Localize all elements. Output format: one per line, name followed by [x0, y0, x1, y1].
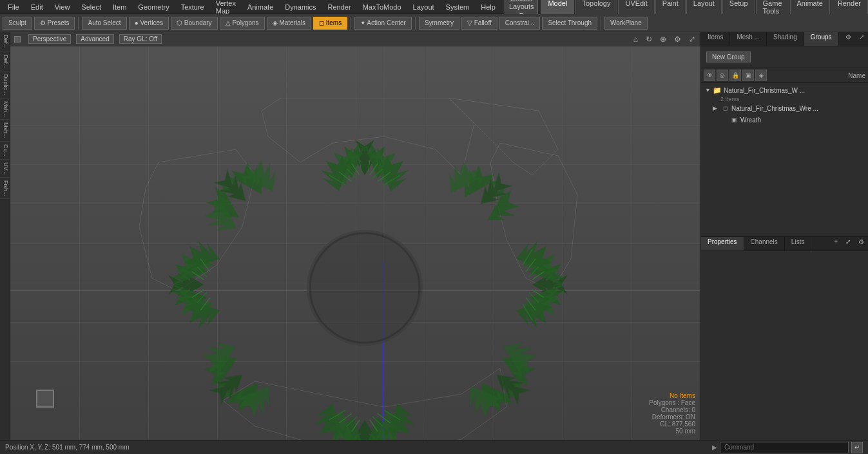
menu-texture[interactable]: Texture	[176, 2, 209, 12]
bottom-tab-spacer	[811, 237, 830, 251]
sidebar-item-msh1[interactable]: Msh...	[0, 99, 10, 120]
bottom-tab-expand-icon[interactable]: ⤢	[842, 237, 854, 251]
render-visible-icon[interactable]: ◎	[717, 70, 728, 81]
tree-child1-expand[interactable]: ▶	[713, 105, 720, 111]
action-center-button[interactable]: ✦ Action Center	[354, 17, 412, 30]
menu-view[interactable]: View	[50, 2, 75, 12]
viewport-settings-icon[interactable]: ⚙	[674, 35, 681, 44]
viewport-3d[interactable]: No Items Polygons : Face Channels: 0 Def…	[10, 46, 700, 440]
perspective-button[interactable]: Perspective	[28, 34, 71, 44]
sidebar-item-duplic[interactable]: Duplic...	[0, 71, 10, 99]
workplane-button[interactable]: WorkPlane	[604, 17, 648, 30]
materials-button[interactable]: ◈ Materials	[267, 17, 311, 30]
sidebar-item-cu[interactable]: Cu...	[0, 142, 10, 160]
bottom-tab-add-icon[interactable]: +	[830, 237, 842, 251]
viewport-home-icon[interactable]: ⌂	[633, 35, 638, 44]
sidebar-item-fish[interactable]: Fish...	[0, 178, 10, 200]
num-info: 50 mm	[649, 428, 695, 435]
new-group-button[interactable]: New Group	[706, 52, 751, 62]
right-tab-items[interactable]: Items	[701, 32, 730, 46]
constraint-button[interactable]: Constrai...	[499, 17, 541, 30]
sidebar-item-uv[interactable]: UV...	[0, 160, 10, 178]
boundary-button[interactable]: ⬡ Boundary	[171, 17, 218, 30]
tree-child1-icon: ◻	[720, 104, 729, 113]
right-panel-expand-icon[interactable]: ⤢	[855, 32, 868, 46]
menu-vertex-map[interactable]: Vertex Map	[211, 0, 241, 16]
select-through-button[interactable]: Select Through	[542, 17, 597, 30]
svg-point-37	[307, 230, 423, 346]
right-panel-tabs: Items Mesh ... Shading Groups ⚙ ⤢	[701, 32, 868, 46]
bottom-tab-channels[interactable]: Channels	[744, 237, 785, 251]
material-icon[interactable]: ◈	[755, 70, 767, 81]
right-panel-settings-icon[interactable]: ⚙	[842, 32, 855, 46]
vertices-button[interactable]: ● Vertices	[129, 17, 169, 30]
advanced-button[interactable]: Advanced	[76, 34, 113, 44]
menu-item[interactable]: Item	[108, 2, 131, 12]
deformers-info: Deformers: ON	[649, 413, 695, 421]
viewport-container: Perspective Advanced Ray GL: Off ⌂ ↻ ⊕ ⚙…	[10, 32, 700, 440]
channels-info: Channels: 0	[649, 406, 695, 413]
wreath-svg	[139, 98, 590, 440]
new-group-area: New Group	[701, 46, 868, 68]
command-input[interactable]	[720, 442, 849, 453]
menu-bar: File Edit View Select Item Geometry Text…	[0, 0, 868, 14]
toolbar-separator-4	[601, 17, 601, 30]
right-panel-bottom: Properties Channels Lists + ⤢ ⚙	[701, 236, 868, 440]
polygons-button[interactable]: △ Polygons	[220, 17, 265, 30]
right-panel: Items Mesh ... Shading Groups ⚙ ⤢ New Gr…	[700, 32, 868, 440]
menu-file[interactable]: File	[3, 2, 24, 12]
tree-root-item[interactable]: ▼ 📁 Natural_Fir_Christmas_W ...	[702, 84, 867, 96]
falloff-button[interactable]: ▽ Falloff	[461, 17, 497, 30]
symmetry-button[interactable]: Symmetry	[419, 17, 459, 30]
menu-layout[interactable]: Layout	[408, 2, 439, 12]
viewport-zoom-icon[interactable]: ⊕	[660, 35, 666, 44]
menu-maxtomodo[interactable]: MaxToModo	[358, 2, 407, 12]
bottom-tab-properties[interactable]: Properties	[701, 237, 744, 251]
right-tab-shading[interactable]: Shading	[767, 32, 804, 46]
tree-child1-item[interactable]: ▶ ◻ Natural_Fir_Christmas_Wre ...	[702, 102, 867, 114]
auto-select-button[interactable]: Auto Select	[82, 17, 126, 30]
status-bar: Position X, Y, Z: 501 mm, 774 mm, 500 mm…	[0, 440, 868, 454]
right-tab-groups[interactable]: Groups	[804, 32, 839, 46]
wreath-area	[139, 98, 590, 440]
sidebar-item-def2[interactable]: Def...	[0, 52, 10, 72]
tree-root-count: 2 Items	[708, 96, 867, 102]
bottom-tab-lists[interactable]: Lists	[785, 237, 812, 251]
viewport-refresh-icon[interactable]: ↻	[646, 35, 652, 44]
main-area: Def... Def... Duplic... Msh... Msh... Cu…	[0, 32, 868, 440]
toolbar: Sculpt ⚙ Presets Auto Select ● Vertices …	[0, 14, 868, 32]
menu-system[interactable]: System	[441, 2, 475, 12]
presets-button[interactable]: ⚙ Presets	[34, 17, 75, 30]
tree-child2-label: Wreath	[740, 117, 761, 124]
menu-dynamics[interactable]: Dynamics	[280, 2, 321, 12]
visibility-icon[interactable]: 👁	[704, 70, 715, 81]
left-sidebar: Def... Def... Duplic... Msh... Msh... Cu…	[0, 32, 10, 440]
bottom-tab-settings-icon[interactable]: ⚙	[854, 237, 868, 251]
tree-child2-mesh-icon: ▣	[729, 115, 738, 124]
menu-select[interactable]: Select	[76, 2, 106, 12]
viewport-expand-icon[interactable]: ⤢	[689, 35, 695, 44]
tree-root-label: Natural_Fir_Christmas_W ...	[724, 87, 805, 94]
menu-animate[interactable]: Animate	[242, 2, 278, 12]
menu-geometry[interactable]: Geometry	[133, 2, 174, 12]
tree-expand-icon[interactable]: ▼	[705, 87, 713, 93]
command-go-button[interactable]: ↵	[851, 442, 863, 453]
lock-icon[interactable]: 🔒	[729, 70, 741, 81]
items-button[interactable]: ◻ Items	[313, 17, 347, 30]
sidebar-item-def1[interactable]: Def...	[0, 32, 10, 52]
menu-help[interactable]: Help	[476, 2, 501, 12]
properties-content	[701, 251, 868, 440]
tree-folder-icon: 📁	[713, 86, 722, 95]
mesh-icon[interactable]: ▣	[742, 70, 754, 81]
viewport-header: Perspective Advanced Ray GL: Off ⌂ ↻ ⊕ ⚙…	[10, 32, 700, 46]
menu-edit[interactable]: Edit	[26, 2, 48, 12]
sidebar-item-msh2[interactable]: Msh...	[0, 120, 10, 142]
no-items-label: No Items	[649, 392, 695, 399]
name-header-label: Name	[818, 72, 866, 79]
command-area: ▶ ↵	[712, 442, 863, 453]
raygl-button[interactable]: Ray GL: Off	[119, 34, 162, 44]
tree-child2-item[interactable]: ▣ Wreath	[702, 114, 867, 126]
sculpt-button[interactable]: Sculpt	[3, 17, 32, 30]
menu-render[interactable]: Render	[323, 2, 356, 12]
right-tab-mesh[interactable]: Mesh ...	[730, 32, 767, 46]
